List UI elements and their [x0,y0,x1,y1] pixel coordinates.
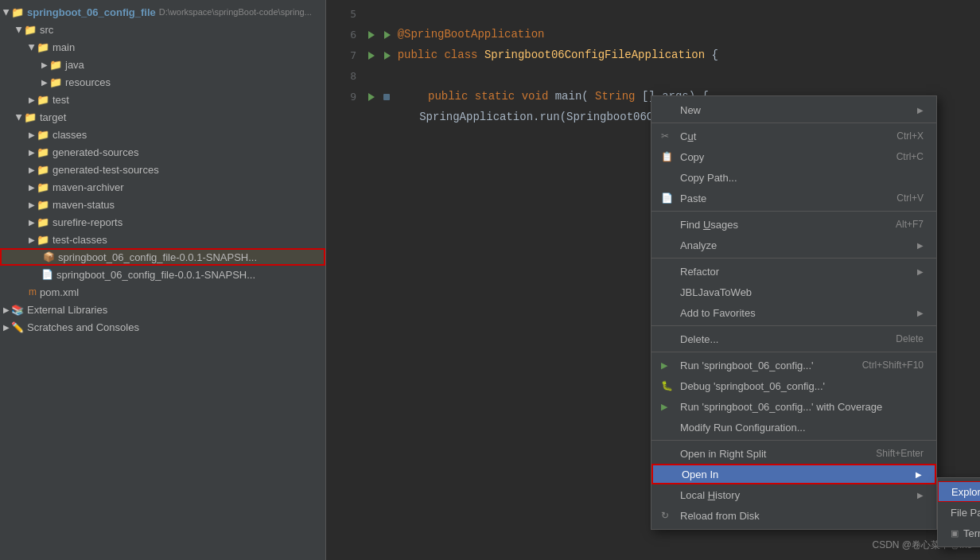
menu-open-in-label: Open In [682,469,718,480]
menu-divider-5 [651,352,936,352]
project-icon: 📁 [11,6,24,18]
tree-maven-archiver-label: maven-archiver [52,181,124,193]
submenu-item-terminal[interactable]: ▣ Terminal [938,523,980,543]
arrow-maven-archiver: ▶ [29,183,35,192]
menu-item-analyze[interactable]: Analyze ▶ [651,235,936,255]
arrow-main: ▶ [28,44,37,50]
menu-item-new[interactable]: New ▶ [651,99,936,120]
cut-icon: ✂ [661,130,669,142]
menu-jbl-label: JBLJavaToWeb [680,286,752,298]
menu-copy-shortcut: Ctrl+C [896,151,924,162]
menu-open-right-split-shortcut: Shift+Enter [876,448,924,459]
menu-item-add-favorites[interactable]: Add to Favorites ▶ [651,302,936,323]
menu-item-run-coverage[interactable]: ▶ Run 'springboot_06_config...' with Cov… [651,396,936,417]
folder-test-icon: 📁 [37,94,49,106]
pom-icon: m [29,286,37,298]
menu-item-open-in[interactable]: Open In ▶ [651,464,936,484]
tree-pom-label: pom.xml [40,286,79,298]
menu-item-find-usages[interactable]: Find Usages Alt+F7 [651,214,936,235]
tree-java[interactable]: ▶ 📁 java [0,56,325,73]
menu-item-jbl[interactable]: JBLJavaToWeb [651,282,936,302]
menu-item-delete[interactable]: Delete... Delete [651,329,936,349]
menu-divider-2 [651,211,936,212]
submenu-item-explorer[interactable]: Explorer [938,481,980,502]
folder-generated-test-sources-icon: 📁 [37,164,49,176]
tree-generated-test-sources[interactable]: ▶ 📁 generated-test-sources [0,161,325,178]
line-num-9: 9 [332,91,356,103]
menu-debug-label: Debug 'springboot_06_config...' [680,380,825,392]
menu-copy-label: Copy [680,151,704,163]
svg-marker-4 [368,93,375,101]
tree-resources-label: resources [65,76,111,88]
folder-test-classes-icon: 📁 [37,234,49,246]
arrow-scratches: ▶ [3,323,10,332]
tree-jar1[interactable]: 📦 springboot_06_config_file-0.0.1-SNAPSH… [0,248,325,266]
scratches-icon: ✏️ [11,321,24,333]
run-icon-9 [366,90,377,103]
file-tree: ▶ 📁 springboot_06_config_file D:\workspa… [0,0,326,560]
svg-marker-0 [368,31,375,39]
folder-classes-icon: 📁 [37,129,49,141]
tree-generated-sources-label: generated-sources [52,146,138,158]
tree-maven-status[interactable]: ▶ 📁 maven-status [0,196,325,213]
menu-item-paste[interactable]: 📄 Paste Ctrl+V [651,188,936,208]
tree-test-classes[interactable]: ▶ 📁 test-classes [0,231,325,248]
submenu-explorer-label: Explorer [951,486,980,498]
menu-divider-4 [651,325,936,326]
menu-item-open-right-split[interactable]: Open in Right Split Shift+Enter [651,443,936,464]
arrow-surefire-reports: ▶ [29,218,35,227]
menu-item-copy-path[interactable]: Copy Path... [651,167,936,188]
tree-project-root[interactable]: ▶ 📁 springboot_06_config_file D:\workspa… [0,3,325,21]
menu-divider-6 [651,440,936,441]
run-icon: ▶ [661,360,667,371]
tree-maven-archiver[interactable]: ▶ 📁 maven-archiver [0,178,325,196]
tree-target-label: target [40,111,66,123]
menu-item-copy[interactable]: 📋 Copy Ctrl+C [651,146,936,167]
tree-external-libs-label: External Libraries [27,304,107,316]
tree-main[interactable]: ▶ 📁 main [0,38,325,56]
line-num-5: 5 [332,8,356,20]
tree-scratches[interactable]: ▶ ✏️ Scratches and Consoles [0,318,325,336]
arrow-generated-sources: ▶ [29,148,35,157]
menu-find-usages-shortcut: Alt+F7 [896,219,924,230]
tree-jar2[interactable]: 📄 springboot_06_config_file-0.0.1-SNAPSH… [0,266,325,283]
menu-item-local-history[interactable]: Local History ▶ [651,484,936,505]
folder-maven-status-icon: 📁 [37,199,49,211]
menu-analyze-label: Analyze [680,239,717,251]
code-line-6: 6 @SpringBootApplication [326,24,980,45]
menu-item-modify-run[interactable]: Modify Run Configuration... [651,417,936,438]
debug-icon: 🐛 [661,380,673,391]
menu-item-reload[interactable]: ↻ Reload from Disk [651,505,936,526]
tree-src-label: src [40,24,53,36]
tree-classes[interactable]: ▶ 📁 classes [0,126,325,143]
menu-modify-run-label: Modify Run Configuration... [680,422,806,434]
menu-item-run[interactable]: ▶ Run 'springboot_06_config...' Ctrl+Shi… [651,355,936,375]
menu-cut-shortcut: Ctrl+X [896,130,924,142]
tree-maven-status-label: maven-status [52,199,115,211]
tree-external-libs[interactable]: ▶ 📚 External Libraries [0,301,325,318]
menu-cut-label: Cut [680,130,696,142]
menu-item-refactor[interactable]: Refactor ▶ [651,261,936,282]
svg-marker-2 [368,52,375,60]
tree-generated-sources[interactable]: ▶ 📁 generated-sources [0,143,325,161]
folder-main-icon: 📁 [37,41,49,53]
tree-resources[interactable]: ▶ 📁 resources [0,73,325,91]
menu-delete-shortcut: Delete [896,333,924,344]
menu-item-cut[interactable]: ✂ Cut Ctrl+X [651,126,936,146]
tree-java-label: java [65,59,84,71]
line-6-content: @SpringBootApplication [398,28,545,41]
context-menu: New ▶ ✂ Cut Ctrl+X 📋 Copy Ctrl+C Copy Pa… [651,95,937,530]
jar1-icon: 📦 [43,251,55,262]
submenu-item-file-path[interactable]: File Path Ctrl+Alt+F12 [938,502,980,523]
folder-target-icon: 📁 [24,111,37,123]
menu-add-favorites-label: Add to Favorites [680,307,756,319]
tree-surefire-reports[interactable]: ▶ 📁 surefire-reports [0,213,325,231]
tree-jar2-label: springboot_06_config_file-0.0.1-SNAPSH..… [56,269,255,281]
tree-pom[interactable]: m pom.xml [0,283,325,301]
tree-test[interactable]: ▶ 📁 test [0,91,325,108]
menu-item-debug[interactable]: 🐛 Debug 'springboot_06_config...' [651,375,936,396]
arrow-maven-status: ▶ [29,200,35,209]
tree-target[interactable]: ▶ 📁 target [0,108,325,126]
tree-src[interactable]: ▶ 📁 src [0,21,325,38]
arrow-project: ▶ [2,9,11,15]
